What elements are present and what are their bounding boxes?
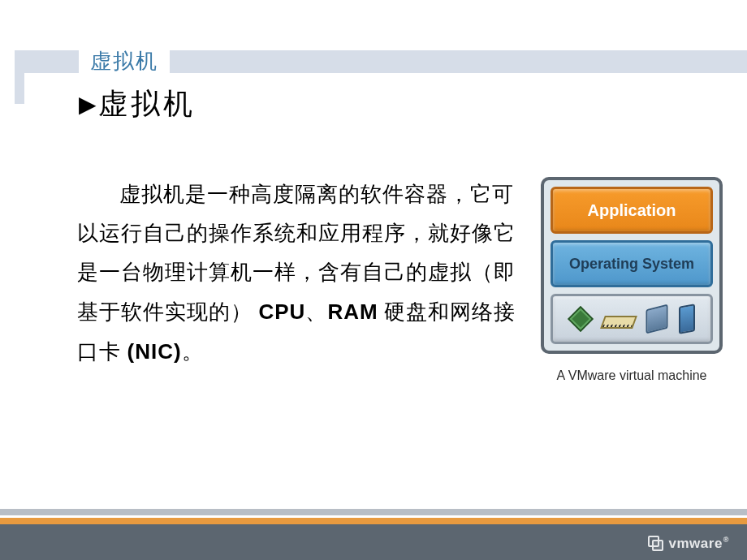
- vmware-logo-text: vmware®: [669, 536, 729, 552]
- vm-diagram: Application Operating System A VMware vi…: [541, 177, 723, 383]
- slide-title: 虚拟机: [98, 84, 196, 124]
- vmware-boxes-icon: [648, 536, 664, 552]
- ram-icon: [600, 316, 637, 329]
- body-paragraph: 虚拟机是一种高度隔离的软件容器，它可以运行自己的操作系统和应用程序，就好像它是一…: [77, 175, 532, 372]
- bullet-arrow-icon: ▶: [79, 91, 97, 118]
- layer-hardware: [551, 294, 713, 344]
- body-text-block: 虚拟机是一种高度隔离的软件容器，它可以运行自己的操作系统和应用程序，就好像它是一…: [77, 175, 532, 372]
- slide: 虚拟机 ▶ 虚拟机 虚拟机是一种高度隔离的软件容器，它可以运行自己的操作系统和应…: [0, 0, 747, 560]
- footer-stripe-orange: [0, 518, 747, 524]
- layer-operating-system: Operating System: [551, 240, 713, 287]
- nic-icon: [679, 304, 695, 334]
- body-nic: (NIC): [127, 339, 182, 364]
- registered-mark: ®: [723, 536, 729, 544]
- cpu-icon: [568, 306, 594, 332]
- body-sep1: 、: [305, 300, 327, 324]
- body-cpu: CPU: [259, 299, 306, 324]
- header-tab-label: 虚拟机: [79, 47, 170, 75]
- diagram-caption: A VMware virtual machine: [541, 368, 723, 383]
- vmware-logo: vmware®: [648, 536, 729, 552]
- footer-band: [0, 524, 747, 560]
- title-row: ▶ 虚拟机: [79, 84, 196, 124]
- footer-stripe-gray: [0, 509, 747, 515]
- vm-frame: Application Operating System: [541, 177, 723, 354]
- body-suffix: 。: [182, 340, 204, 364]
- body-ram: RAM: [327, 299, 378, 324]
- disk-icon: [646, 304, 668, 334]
- header-accent: [15, 50, 24, 104]
- layer-application: Application: [551, 187, 713, 234]
- brand-name: vmware: [669, 536, 723, 551]
